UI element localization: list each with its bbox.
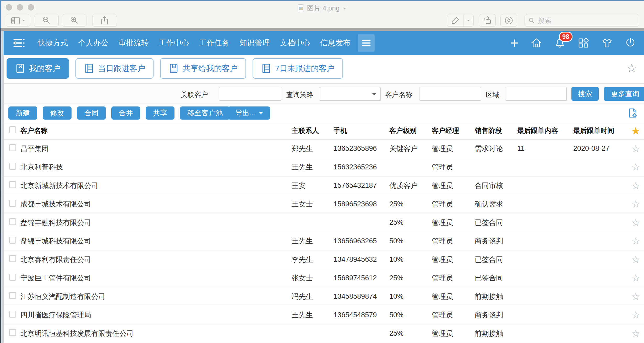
row-checkbox[interactable]	[9, 218, 16, 225]
window-controls[interactable]	[6, 4, 34, 10]
table-row: 北京赛利有限责任公司 李先生 13478945632 10% 管理员 已签合同	[0, 250, 644, 269]
column-header[interactable]: 客户经理	[432, 126, 475, 135]
row-checkbox[interactable]	[9, 181, 16, 188]
customer-name-cell[interactable]: 盘锦丰城科技有限公司	[20, 236, 292, 246]
share-button[interactable]	[92, 14, 117, 27]
markup-toolbar-button[interactable]	[500, 14, 517, 27]
row-favorite-star-icon[interactable]	[631, 273, 640, 283]
row-favorite-star-icon[interactable]	[631, 181, 640, 191]
search-button[interactable]: 搜索	[571, 87, 599, 101]
logout-button[interactable]	[625, 37, 636, 49]
row-checkbox[interactable]	[9, 292, 16, 299]
column-settings-button[interactable]	[628, 108, 638, 119]
row-favorite-star-icon[interactable]	[631, 255, 640, 265]
customer-name-cell[interactable]: 北京明讯恒基科技发展有限责任公司	[20, 329, 292, 338]
nav-menu-item[interactable]: 工作任务	[199, 38, 230, 48]
row-checkbox[interactable]	[9, 311, 16, 318]
customer-name-cell[interactable]: 昌平集团	[20, 144, 292, 153]
action-button[interactable]: 修改	[43, 106, 72, 120]
nav-menu-item[interactable]: 工作中心	[159, 38, 189, 48]
action-button[interactable]: 合并	[111, 106, 140, 120]
column-header[interactable]: 客户名称	[20, 126, 292, 135]
customer-name-cell[interactable]: 北京新城新技术有限公司	[20, 181, 292, 190]
action-button[interactable]: 合同	[77, 106, 106, 120]
table-row: 盘锦丰融科技有限公司 25% 管理员 已签合同	[0, 213, 644, 232]
close-window-button[interactable]	[6, 4, 12, 10]
query-strategy-select[interactable]	[319, 87, 381, 101]
add-button[interactable]: +	[510, 37, 519, 49]
column-header[interactable]: 主联系人	[292, 126, 334, 135]
zoom-window-button[interactable]	[28, 4, 34, 10]
customer-name-cell[interactable]: 四川省医疗保险管理局	[20, 310, 292, 320]
row-checkbox[interactable]	[9, 237, 16, 244]
column-header[interactable]: 手机	[334, 126, 389, 135]
customer-name-input[interactable]	[419, 87, 481, 101]
select-all-checkbox[interactable]	[9, 126, 16, 133]
apps-button[interactable]	[577, 37, 590, 49]
customer-tab[interactable]: 我的客户	[7, 58, 69, 79]
customer-name-cell[interactable]: 北京赛利有限责任公司	[20, 255, 292, 264]
customer-name-cell[interactable]: 北京利普科技	[20, 162, 292, 172]
tab-label: 当日跟进客户	[98, 63, 145, 74]
row-checkbox[interactable]	[9, 329, 16, 336]
nav-menu-item[interactable]: 快捷方式	[38, 38, 68, 48]
region-input[interactable]	[505, 87, 567, 101]
customer-tab[interactable]: 当日跟进客户	[75, 58, 154, 79]
row-favorite-star-icon[interactable]	[631, 162, 640, 172]
rotate-button[interactable]	[479, 14, 496, 27]
row-favorite-star-icon[interactable]	[631, 310, 640, 320]
zoom-out-button[interactable]	[34, 14, 59, 27]
column-header[interactable]: 销售阶段	[475, 126, 517, 135]
row-favorite-star-icon[interactable]	[631, 144, 640, 154]
sidebar-toggle-button[interactable]	[6, 14, 30, 27]
customer-name-cell[interactable]: 宁波巨工管件有限公司	[20, 273, 292, 283]
pen-options-button[interactable]	[463, 14, 473, 26]
row-favorite-star-icon[interactable]	[631, 292, 640, 302]
title-chevron-icon[interactable]	[343, 8, 346, 11]
row-favorite-star-icon[interactable]	[631, 199, 640, 209]
row-favorite-star-icon[interactable]	[631, 329, 640, 339]
column-header[interactable]: 最后跟单内容	[517, 126, 573, 135]
customer-name-cell[interactable]: 成都丰城技术有限公司	[20, 199, 292, 209]
action-button[interactable]: 共享	[146, 106, 174, 120]
nav-menu-item[interactable]: 审批流转	[118, 38, 149, 48]
zoom-in-button[interactable]	[62, 14, 86, 27]
row-checkbox[interactable]	[9, 163, 16, 170]
nav-menu-item[interactable]: 文档中心	[280, 38, 310, 48]
favorite-page-star-icon[interactable]	[626, 62, 637, 74]
more-query-button[interactable]: 更多查询	[604, 87, 644, 101]
customer-tabs: 我的客户 当日跟进客户 共享给我的客户 7日未跟进的客户	[7, 58, 343, 79]
notifications-button[interactable]: 98	[554, 37, 566, 49]
export-button[interactable]: 导出...	[228, 106, 270, 120]
theme-button[interactable]	[601, 37, 613, 49]
favorite-column-star-icon[interactable]	[631, 126, 641, 136]
table-row: 江苏恒义汽配制造有限公司 冯先生 13458589874 10% 管理员 前期接…	[0, 287, 644, 306]
action-button[interactable]: 移至客户池	[180, 106, 230, 120]
preview-search-field[interactable]	[525, 14, 639, 27]
row-checkbox[interactable]	[9, 274, 16, 281]
nav-menu-item[interactable]: 个人办公	[78, 38, 108, 48]
action-button[interactable]: 新建	[8, 106, 37, 120]
customer-name-cell[interactable]: 盘锦丰融科技有限公司	[20, 218, 292, 227]
row-checkbox[interactable]	[9, 144, 16, 151]
customer-tab[interactable]: 7日未跟进的客户	[253, 58, 343, 79]
column-header[interactable]: 客户级别	[389, 126, 432, 135]
customer-tab[interactable]: 共享给我的客户	[160, 58, 246, 79]
minimize-window-button[interactable]	[17, 4, 23, 10]
nav-menu-item[interactable]: 信息发布	[320, 38, 351, 48]
row-favorite-star-icon[interactable]	[631, 218, 640, 228]
search-input[interactable]	[537, 16, 635, 25]
column-header[interactable]: 最后跟单时间	[573, 126, 627, 135]
customer-name-cell[interactable]: 江苏恒义汽配制造有限公司	[20, 292, 292, 301]
row-checkbox[interactable]	[9, 200, 16, 207]
markup-pen-button-group[interactable]	[447, 14, 474, 27]
nav-overflow-button[interactable]	[358, 34, 375, 52]
related-customer-input[interactable]	[219, 87, 281, 101]
row-favorite-star-icon[interactable]	[631, 236, 640, 246]
pen-button[interactable]	[447, 14, 463, 26]
row-checkbox[interactable]	[9, 255, 16, 262]
nav-collapse-button[interactable]	[10, 37, 26, 49]
home-button[interactable]	[530, 37, 542, 49]
sales-stage-cell: 前期接触	[475, 292, 517, 301]
nav-menu-item[interactable]: 知识管理	[239, 38, 270, 48]
